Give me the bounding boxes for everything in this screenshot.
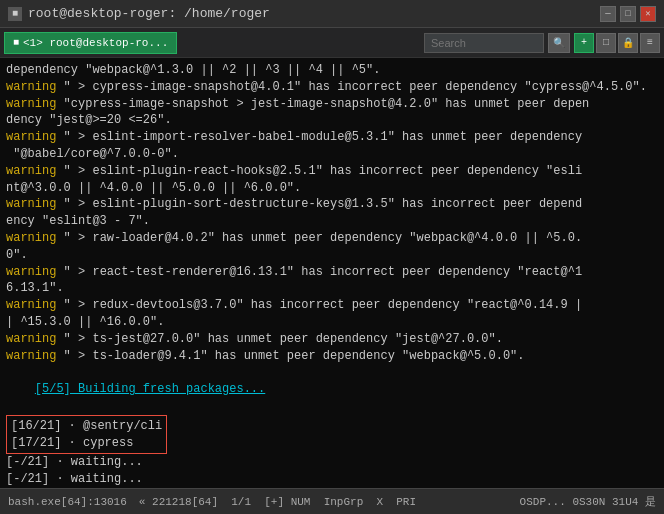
terminal-line-6: warning " > eslint-plugin-sort-destructu…: [6, 196, 658, 230]
terminal-output: dependency "webpack@^1.3.0 || ^2 || ^3 |…: [0, 58, 664, 488]
terminal-line-3: warning "cypress-image-snapshot > jest-i…: [6, 96, 658, 130]
terminal-line-2: warning " > cypress-image-snapshot@4.0.1…: [6, 79, 658, 96]
window-controls[interactable]: — □ ✕: [600, 6, 656, 22]
status-left: bash.exe[64]:13016: [8, 496, 127, 508]
layout-icon[interactable]: □: [596, 33, 616, 53]
terminal-line-14: [17/21] · cypress: [11, 435, 162, 452]
search-button[interactable]: 🔍: [548, 33, 570, 53]
terminal-line-13: [16/21] · @sentry/cli: [11, 418, 162, 435]
terminal-line-12: [5/5] Building fresh packages...: [6, 364, 658, 414]
terminal-line-8: warning " > react-test-renderer@16.13.1"…: [6, 264, 658, 298]
terminal-line-7: warning " > raw-loader@4.0.2" has unmet …: [6, 230, 658, 264]
minimize-button[interactable]: —: [600, 6, 616, 22]
tab-icon: ■: [13, 37, 19, 48]
menu-icon[interactable]: ≡: [640, 33, 660, 53]
maximize-button[interactable]: □: [620, 6, 636, 22]
add-icon[interactable]: +: [574, 33, 594, 53]
title-bar-left: ■ root@desktop-roger: /home/roger: [8, 6, 270, 21]
status-right: OSDP... 0S30N 31U4 是: [520, 494, 656, 509]
search-bar: 🔍 + □ 🔒 ≡: [424, 33, 660, 53]
terminal-icon: ■: [8, 7, 22, 21]
tab-1[interactable]: ■ <1> root@desktop-ro...: [4, 32, 177, 54]
terminal-line-9: warning " > redux-devtools@3.7.0" has in…: [6, 297, 658, 331]
terminal-line-11: warning " > ts-loader@9.4.1" has unmet p…: [6, 348, 658, 365]
terminal-line-10: warning " > ts-jest@27.0.0" has unmet pe…: [6, 331, 658, 348]
window-title: root@desktop-roger: /home/roger: [28, 6, 270, 21]
terminal-line-16: [-/21] · waiting...: [6, 471, 658, 488]
tab-label: <1> root@desktop-ro...: [23, 37, 168, 49]
progress-box: [16/21] · @sentry/cli [17/21] · cypress: [6, 415, 167, 455]
status-bar: bash.exe[64]:13016 « 221218[64] 1/1 [+] …: [0, 488, 664, 514]
search-input[interactable]: [424, 33, 544, 53]
close-button[interactable]: ✕: [640, 6, 656, 22]
terminal-line-15: [-/21] · waiting...: [6, 454, 658, 471]
terminal-line-1: dependency "webpack@^1.3.0 || ^2 || ^3 |…: [6, 62, 658, 79]
lock-icon[interactable]: 🔒: [618, 33, 638, 53]
title-bar: ■ root@desktop-roger: /home/roger — □ ✕: [0, 0, 664, 28]
tab-bar: ■ <1> root@desktop-ro... 🔍 + □ 🔒 ≡: [0, 28, 664, 58]
status-middle: « 221218[64] 1/1 [+] NUM InpGrp X PRI: [139, 496, 416, 508]
toolbar-icons: + □ 🔒 ≡: [574, 33, 660, 53]
terminal-line-4: warning " > eslint-import-resolver-babel…: [6, 129, 658, 163]
terminal-line-5: warning " > eslint-plugin-react-hooks@2.…: [6, 163, 658, 197]
